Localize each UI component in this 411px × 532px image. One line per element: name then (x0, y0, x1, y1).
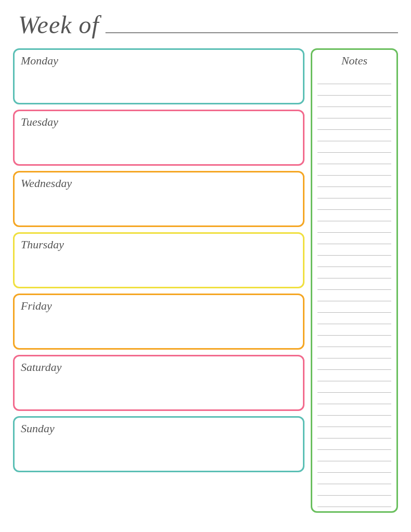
day-label-wednesday: Wednesday (21, 177, 72, 190)
notes-line (317, 290, 391, 301)
notes-line (317, 198, 391, 210)
notes-line (317, 358, 391, 370)
day-label-tuesday: Tuesday (21, 115, 58, 128)
day-box-wednesday[interactable]: Wednesday (13, 171, 304, 227)
notes-line (317, 347, 391, 358)
notes-line (317, 153, 391, 164)
day-box-tuesday[interactable]: Tuesday (13, 110, 304, 166)
page-header: Week of (13, 10, 398, 39)
notes-line (317, 496, 391, 507)
day-label-thursday: Thursday (21, 238, 64, 251)
week-of-line (105, 32, 398, 33)
day-box-saturday[interactable]: Saturday (13, 355, 304, 411)
day-box-friday[interactable]: Friday (13, 294, 304, 350)
notes-line (317, 141, 391, 153)
notes-line (317, 118, 391, 130)
notes-title: Notes (317, 54, 391, 68)
notes-line (317, 84, 391, 96)
day-label-friday: Friday (21, 299, 52, 312)
day-box-thursday[interactable]: Thursday (13, 232, 304, 288)
notes-line (317, 221, 391, 233)
day-box-monday[interactable]: Monday (13, 48, 304, 104)
week-of-title: Week of (18, 10, 99, 39)
notes-line (317, 313, 391, 324)
notes-line (317, 176, 391, 187)
notes-line (317, 381, 391, 393)
notes-line (317, 461, 391, 473)
notes-line (317, 336, 391, 347)
notes-line (317, 450, 391, 461)
days-column: Monday Tuesday Wednesday Thursday Friday… (13, 48, 304, 513)
day-box-sunday[interactable]: Sunday (13, 416, 304, 472)
day-label-sunday: Sunday (21, 422, 55, 435)
notes-line (317, 267, 391, 278)
notes-line (317, 416, 391, 427)
notes-line (317, 484, 391, 496)
main-content: Monday Tuesday Wednesday Thursday Friday… (13, 48, 398, 513)
notes-line (317, 438, 391, 450)
notes-line (317, 393, 391, 404)
notes-line (317, 96, 391, 107)
notes-line (317, 301, 391, 313)
day-label-monday: Monday (21, 54, 58, 67)
notes-line (317, 370, 391, 381)
notes-line (317, 324, 391, 336)
notes-line (317, 73, 391, 84)
notes-line (317, 233, 391, 244)
notes-line (317, 164, 391, 176)
page: Week of Monday Tuesday Wednesday Thursda… (13, 10, 398, 513)
notes-line (317, 210, 391, 221)
notes-line (317, 187, 391, 198)
day-label-saturday: Saturday (21, 361, 62, 374)
notes-line (317, 427, 391, 438)
notes-column: Notes (311, 48, 398, 513)
notes-line (317, 404, 391, 416)
notes-line (317, 473, 391, 484)
notes-line (317, 278, 391, 290)
notes-line (317, 256, 391, 267)
notes-line (317, 130, 391, 141)
notes-line (317, 244, 391, 256)
notes-lines (317, 73, 391, 507)
notes-line (317, 107, 391, 118)
